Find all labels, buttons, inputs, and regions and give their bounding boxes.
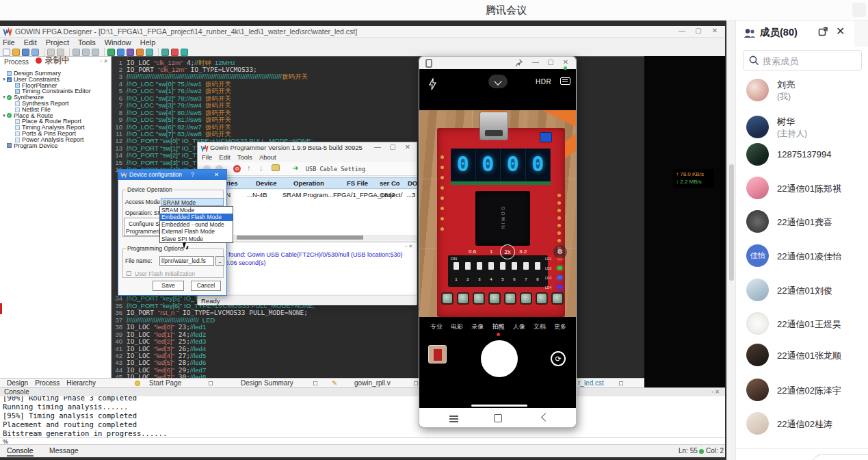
menu-project[interactable]: Project bbox=[46, 38, 69, 47]
zoom-1x[interactable]: 1 bbox=[490, 248, 492, 255]
member-search-input[interactable]: 搜索成员 bbox=[743, 50, 862, 71]
programmer-maximize-button[interactable]: ▢ bbox=[385, 143, 400, 151]
tab-close-box[interactable] bbox=[414, 381, 418, 385]
dropdown-option[interactable]: Embedded ··ound Mode bbox=[160, 221, 233, 228]
toolbar-icon[interactable] bbox=[82, 49, 90, 56]
ide-maximize-button[interactable]: ▢ bbox=[691, 27, 706, 34]
console-dock-icons[interactable]: ▫ ✕ bbox=[711, 389, 720, 395]
user-flash-checkbox[interactable] bbox=[127, 271, 131, 276]
back-icon[interactable] bbox=[541, 413, 550, 422]
ide-titlebar[interactable]: GOWIN FPGA Designer - [D:\1_FPGA\1_FPGA_… bbox=[0, 26, 725, 38]
hscrollbar-thumb[interactable] bbox=[237, 235, 363, 240]
programmer-menu-edit[interactable]: Edit bbox=[219, 153, 230, 161]
watermark-icon[interactable] bbox=[560, 77, 570, 85]
toolbar-icon[interactable] bbox=[22, 49, 29, 56]
programmer-menu-file[interactable]: File bbox=[202, 153, 212, 161]
camera-mode-tab[interactable]: 更多 bbox=[554, 322, 566, 331]
camera-mode-tab[interactable]: 文档 bbox=[534, 322, 546, 331]
phone-titlebar[interactable]: — ▢ ✕ bbox=[419, 57, 576, 69]
zoom-0p6[interactable]: 0.6 bbox=[469, 248, 476, 255]
meeting-corner-button[interactable] bbox=[852, 3, 866, 17]
browse-button[interactable]: .. bbox=[215, 256, 224, 266]
output-dock-icons[interactable]: ▫ ✕ bbox=[406, 244, 412, 249]
console-prompt-row[interactable]: % bbox=[0, 437, 725, 444]
camera-mode-tab[interactable]: 电影 bbox=[451, 322, 463, 331]
toolbar-icon[interactable] bbox=[3, 49, 10, 56]
expand-arrow-icon[interactable]: ▾ bbox=[1, 77, 7, 83]
programmer-close-button[interactable]: ✕ bbox=[400, 143, 415, 151]
column-header[interactable]: ser Co bbox=[380, 179, 400, 187]
doc-tab-start-page[interactable]: Start Page bbox=[149, 379, 181, 387]
toolbar-icon[interactable] bbox=[127, 49, 134, 56]
member-row[interactable]: 22通信01龚喜 bbox=[736, 210, 868, 238]
popout-icon[interactable] bbox=[818, 27, 828, 37]
members-close-icon[interactable]: ✕ bbox=[836, 25, 845, 38]
access-mode-dropdown[interactable]: SRAM ModeEmbedded Flash ModeEmbedded ··o… bbox=[159, 206, 233, 243]
programmer-menu-about[interactable]: About bbox=[259, 153, 276, 161]
expand-arrow-icon[interactable]: ▾ bbox=[1, 94, 7, 101]
member-row[interactable]: 佳怡22通信01凌佳怡 bbox=[736, 244, 868, 272]
dropdown-option[interactable]: Slave SPI Mode bbox=[160, 235, 233, 242]
phone-maximize-button[interactable]: ▢ bbox=[543, 58, 558, 66]
expand-arrow-icon[interactable]: ▾ bbox=[1, 113, 7, 119]
meeting-scrollbar[interactable] bbox=[726, 21, 735, 460]
zoom-settings-button[interactable]: ⚙ bbox=[553, 245, 567, 259]
tree-item-program-device[interactable]: Program Device bbox=[0, 143, 111, 149]
save-button[interactable]: Save bbox=[153, 281, 184, 291]
flash-icon[interactable] bbox=[428, 78, 437, 90]
move-up-icon[interactable]: ↑ bbox=[247, 164, 251, 172]
zoom-3p2[interactable]: 3.2 bbox=[519, 248, 527, 255]
tree-item-synthesis-report[interactable]: Synthesis Report bbox=[0, 101, 111, 107]
dialog-help-button[interactable]: ? bbox=[191, 171, 194, 178]
toolbar-icon[interactable] bbox=[171, 49, 179, 56]
toolbar-icon[interactable] bbox=[181, 49, 188, 56]
column-header[interactable]: Operation bbox=[293, 179, 324, 187]
tab-close-box[interactable] bbox=[619, 381, 623, 385]
camera-mode-tab[interactable]: 录像 bbox=[471, 322, 484, 331]
recents-icon[interactable] bbox=[449, 416, 458, 417]
column-header[interactable]: DO bbox=[408, 179, 417, 187]
menu-window[interactable]: Window bbox=[105, 38, 131, 47]
dialog-close-button[interactable]: ✕ bbox=[214, 171, 219, 178]
bottom-action-button[interactable] bbox=[811, 454, 868, 460]
programmer-table-row[interactable]: ...1N...N-4BSRAM Program...FPGA/1_FPGA_p… bbox=[198, 190, 417, 201]
shutter-button[interactable] bbox=[481, 340, 518, 377]
tab-console[interactable]: Console bbox=[7, 446, 34, 457]
hdr-label[interactable]: HDR bbox=[536, 78, 551, 86]
usb-cable-setting-label[interactable]: USB Cable Setting bbox=[306, 166, 365, 172]
panel-tab-design[interactable]: Design bbox=[7, 379, 28, 387]
menu-help[interactable]: Help bbox=[140, 38, 156, 47]
member-row[interactable]: 树华(主持人) bbox=[736, 116, 868, 143]
tab-message[interactable]: Message bbox=[49, 446, 79, 455]
camera-mode-tab[interactable]: 人像 bbox=[513, 322, 525, 331]
dialog-titlebar[interactable]: Device configuration ? ✕ bbox=[118, 170, 226, 180]
member-row[interactable]: 12875137994 bbox=[736, 143, 868, 170]
toolbar-icon[interactable] bbox=[92, 49, 99, 56]
camera-mode-tab[interactable]: 专业 bbox=[430, 322, 443, 331]
pin-icon[interactable] bbox=[515, 59, 524, 68]
member-row[interactable]: 22通信01王煜昊 bbox=[736, 312, 868, 340]
run-program-icon[interactable]: ➜ bbox=[292, 164, 298, 172]
edit-note-icon[interactable] bbox=[272, 164, 280, 171]
toolbar-icon[interactable] bbox=[12, 49, 20, 56]
zoom-current-button[interactable]: 2x bbox=[500, 244, 515, 259]
access-mode-combobox[interactable]: SRAM Mode bbox=[161, 198, 224, 206]
column-header[interactable]: FS File bbox=[347, 179, 368, 187]
move-down-icon[interactable]: ↓ bbox=[259, 164, 263, 172]
doc-tab-gowin-rpll-v[interactable]: gowin_rpll.v bbox=[354, 379, 391, 387]
toolbar-icon[interactable] bbox=[161, 49, 169, 56]
member-row[interactable]: 22通信01张龙顺 bbox=[736, 344, 868, 371]
row-cell[interactable]: ...N-4B bbox=[247, 191, 267, 199]
console-output[interactable]: [90%] Routing Phase 3 completedRunning t… bbox=[0, 396, 725, 437]
dropdown-option[interactable]: External Flash Mode bbox=[160, 228, 233, 235]
ide-close-button[interactable]: ✕ bbox=[707, 27, 722, 34]
file-name-input[interactable]: l/pnr/water_led.fs bbox=[159, 256, 214, 266]
row-cell[interactable]: ...3 bbox=[406, 191, 415, 199]
column-header[interactable]: Device bbox=[256, 179, 277, 187]
camera-viewfinder[interactable]: 0000 GOWIN ON 12345678 LD1LD2LD3LD4 0.6 … bbox=[419, 110, 577, 317]
member-row[interactable]: 刘亮(我) bbox=[736, 79, 868, 106]
panel-tab-process[interactable]: Process bbox=[35, 379, 60, 387]
toolbar-icon[interactable] bbox=[136, 49, 144, 56]
camera-mode-active[interactable]: 拍照 bbox=[492, 322, 504, 331]
dropdown-option[interactable]: Embedded Flash Mode bbox=[160, 214, 233, 220]
